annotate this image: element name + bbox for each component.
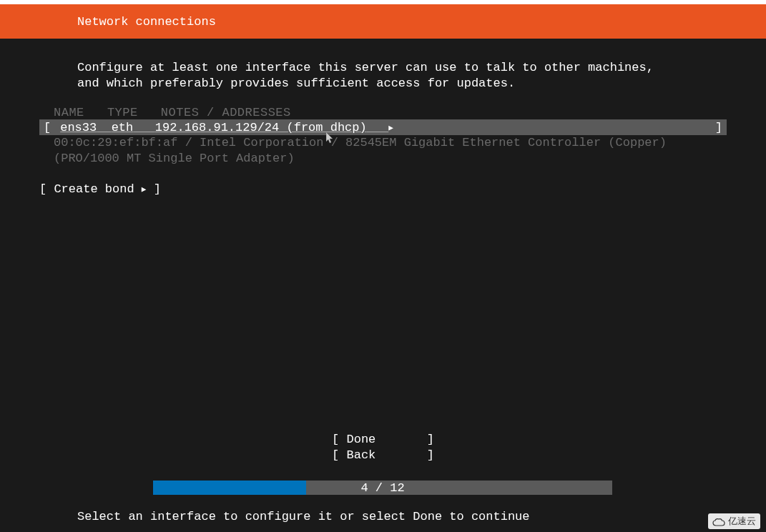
bracket-open: [ [44,121,51,134]
instruction-text: Configure at least one interface this se… [39,60,727,92]
done-button[interactable]: [ Done ] [0,432,766,448]
back-button[interactable]: [ Back ] [0,448,766,463]
progress-text: 4 / 12 [153,481,612,495]
instruction-line2: and which preferably provides sufficient… [77,76,727,92]
col-name: NAME [54,106,84,119]
col-notes: NOTES / ADDRESSES [161,106,291,119]
interface-row[interactable]: [ ens33 eth 192.168.91.129/24 (from dhcp… [39,119,727,135]
instruction-line1: Configure at least one interface this se… [77,60,727,76]
interface-detail-1: 00:0c:29:ef:bf:af / Intel Corporation / … [39,135,727,151]
page-title: Network connections [77,15,216,29]
interface-detail-2: (PRO/1000 MT Single Port Adapter) [39,151,727,167]
bottom-buttons: [ Done ] [ Back ] [0,432,766,463]
bracket-close: ] [715,121,722,134]
cloud-icon [712,517,725,526]
status-line: Select an interface to configure it or s… [77,510,530,523]
watermark-text: 亿速云 [728,515,756,528]
table-header: NAME TYPE NOTES / ADDRESSES [39,106,727,119]
progress-bar: 4 / 12 [153,481,612,495]
interface-entry: ens33 eth 192.168.91.129/24 (from dhcp) … [51,121,715,134]
col-type: TYPE [107,106,138,119]
header-bar: Network connections [0,4,766,39]
main-content: Configure at least one interface this se… [0,39,766,196]
watermark: 亿速云 [708,513,760,529]
expand-icon: ▶ [388,123,393,132]
expand-icon: ▶ [142,184,147,194]
create-bond-label: Create bond [54,182,134,196]
create-bond-button[interactable]: [ Create bond ▶ ] [39,182,727,196]
